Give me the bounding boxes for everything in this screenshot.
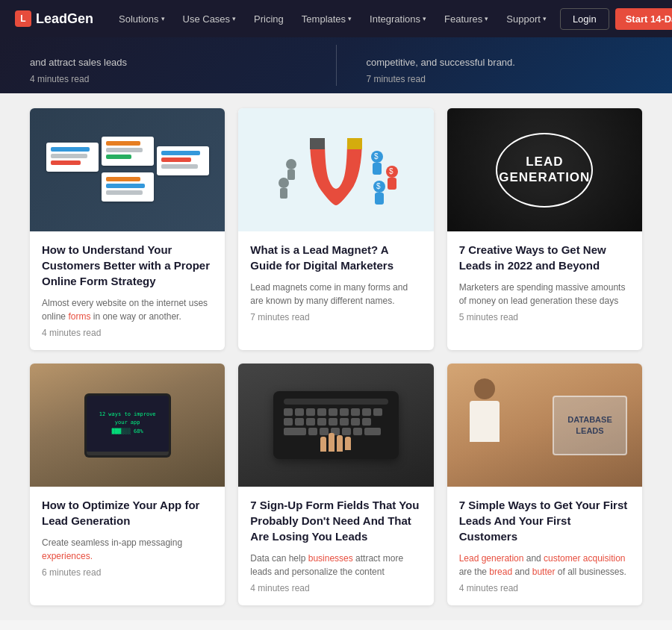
key bbox=[340, 418, 349, 425]
key bbox=[351, 408, 360, 416]
butter-link[interactable]: butter bbox=[532, 567, 556, 577]
hero-left: and attract sales leads 4 minutes read bbox=[0, 37, 336, 93]
card-leadgen[interactable]: LEADGENERATION 7 Creative Ways to Get Ne… bbox=[447, 108, 642, 350]
card-title-optimize-app: How to Optimize Your App for Lead Genera… bbox=[42, 497, 213, 528]
login-button[interactable]: Login bbox=[560, 8, 609, 30]
person-2: $ bbox=[386, 166, 398, 190]
form-bar bbox=[161, 158, 192, 162]
customer-link[interactable]: customer acquisition bbox=[544, 553, 625, 564]
key bbox=[340, 408, 349, 416]
card-signup-fields[interactable]: 7 Sign-Up Form Fields That You Probably … bbox=[238, 364, 433, 605]
card-image-leadgen: LEADGENERATION bbox=[447, 108, 642, 231]
card-desc-leadgen: Marketers are spending massive amounts o… bbox=[459, 281, 630, 308]
card-image-laptop1: 12 ways to improveyour app▓▓▓░░░ 68% bbox=[30, 364, 225, 487]
nav-use-cases[interactable]: Use Cases ▾ bbox=[175, 9, 244, 29]
card-body-optimize-app: How to Optimize Your App for Lead Genera… bbox=[30, 487, 225, 590]
card-forms[interactable]: How to Understand Your Customers Better … bbox=[30, 108, 225, 350]
card-magnet[interactable]: $ $ $ bbox=[238, 108, 433, 350]
messaging-link[interactable]: experiences. bbox=[42, 551, 93, 561]
keyboard-row-3 bbox=[284, 428, 388, 435]
person-4 bbox=[286, 159, 296, 180]
key bbox=[317, 418, 326, 425]
logo[interactable]: L LeadGen bbox=[15, 10, 93, 27]
svg-point-11 bbox=[279, 178, 289, 188]
svg-rect-1 bbox=[373, 163, 382, 175]
card-desc-optimize-app: Create seamless in-app messaging experie… bbox=[42, 536, 213, 563]
svg-rect-12 bbox=[280, 188, 287, 199]
nav-templates[interactable]: Templates ▾ bbox=[294, 9, 359, 29]
nav-actions: Login Start 14-Day Trial bbox=[560, 8, 672, 30]
nav-features[interactable]: Features ▾ bbox=[437, 9, 496, 29]
key bbox=[284, 418, 293, 425]
card-first-leads[interactable]: DATABASELEADS 7 Simple Ways to Get Your … bbox=[447, 364, 642, 605]
key bbox=[362, 418, 371, 425]
person-5 bbox=[279, 178, 289, 199]
key bbox=[308, 428, 317, 435]
person-3: $ bbox=[373, 181, 385, 205]
card-body-first-leads: 7 Simple Ways to Get Your First Leads An… bbox=[447, 487, 642, 605]
forms-illustration bbox=[30, 128, 225, 213]
form-bar bbox=[161, 151, 200, 155]
trial-button[interactable]: Start 14-Day Trial bbox=[615, 8, 672, 30]
nav-integrations[interactable]: Integrations ▾ bbox=[362, 9, 434, 29]
hero-right-text: competitive, and successful brand. bbox=[367, 56, 643, 69]
key bbox=[320, 428, 329, 435]
key bbox=[351, 418, 360, 425]
card-image-laptop2 bbox=[238, 364, 433, 487]
businesses-link[interactable]: businesses bbox=[308, 553, 353, 564]
card-image-magnet: $ $ $ bbox=[238, 108, 433, 231]
svg-point-9 bbox=[286, 159, 296, 169]
card-desc-signup-fields: Data can help businesses attract more le… bbox=[250, 552, 421, 578]
hero-left-read: 4 minutes read bbox=[30, 74, 306, 84]
card-optimize-app[interactable]: 12 ways to improveyour app▓▓▓░░░ 68% How… bbox=[30, 364, 225, 605]
typing-visual bbox=[273, 391, 399, 459]
logo-icon: L bbox=[15, 10, 31, 27]
mini-form-2 bbox=[102, 137, 154, 166]
person-1: $ bbox=[371, 151, 383, 175]
chevron-down-icon: ▾ bbox=[423, 15, 426, 22]
chevron-down-icon: ▾ bbox=[161, 15, 165, 22]
forms-link[interactable]: forms bbox=[68, 311, 90, 322]
navigation: L LeadGen Solutions ▾ Use Cases ▾ Pricin… bbox=[0, 0, 672, 37]
card-title-first-leads: 7 Simple Ways to Get Your First Leads An… bbox=[459, 497, 630, 544]
card-body-signup-fields: 7 Sign-Up Form Fields That You Probably … bbox=[238, 487, 433, 605]
card-read-leadgen: 5 minutes read bbox=[459, 312, 630, 322]
cards-grid: How to Understand Your Customers Better … bbox=[30, 108, 642, 605]
nav-pricing[interactable]: Pricing bbox=[246, 9, 291, 29]
key bbox=[353, 428, 362, 435]
card-desc-forms: Almost every website on the internet use… bbox=[42, 296, 213, 323]
laptop-screen: 12 ways to improveyour app▓▓▓░░░ 68% bbox=[87, 396, 169, 452]
mini-form-1 bbox=[46, 143, 99, 172]
card-read-first-leads: 4 minutes read bbox=[459, 583, 630, 593]
key bbox=[317, 408, 326, 416]
person-visual: DATABASELEADS bbox=[447, 364, 642, 487]
keyboard-row-1 bbox=[284, 408, 388, 416]
chevron-down-icon: ▾ bbox=[485, 15, 488, 22]
key bbox=[306, 408, 315, 416]
lead-gen-link[interactable]: Lead generation bbox=[459, 553, 524, 564]
mini-form-4 bbox=[102, 172, 154, 202]
magnet-illustration: $ $ $ bbox=[269, 116, 403, 224]
svg-rect-7 bbox=[375, 193, 384, 205]
chevron-down-icon: ▾ bbox=[348, 15, 352, 22]
card-title-forms: How to Understand Your Customers Better … bbox=[42, 242, 213, 289]
glass-board: DATABASELEADS bbox=[553, 396, 627, 455]
form-bar bbox=[161, 164, 198, 169]
bread-link[interactable]: bread bbox=[489, 567, 512, 577]
card-read-forms: 4 minutes read bbox=[42, 328, 213, 338]
leadgen-badge: LEADGENERATION bbox=[496, 133, 593, 208]
card-read-magnet: 7 minutes read bbox=[250, 312, 421, 322]
svg-text:$: $ bbox=[374, 152, 379, 160]
hero-right-read: 7 minutes read bbox=[367, 74, 643, 84]
card-body-forms: How to Understand Your Customers Better … bbox=[30, 231, 225, 350]
key bbox=[295, 418, 304, 425]
nav-support[interactable]: Support ▾ bbox=[499, 9, 554, 29]
key bbox=[364, 428, 381, 435]
card-title-leadgen: 7 Creative Ways to Get New Leads in 2022… bbox=[459, 242, 630, 273]
form-bar bbox=[106, 184, 145, 188]
mini-form-3 bbox=[157, 146, 209, 175]
card-title-signup-fields: 7 Sign-Up Form Fields That You Probably … bbox=[250, 497, 421, 544]
nav-solutions[interactable]: Solutions ▾ bbox=[111, 9, 172, 29]
main-content: How to Understand Your Customers Better … bbox=[0, 93, 672, 620]
key bbox=[342, 428, 351, 435]
